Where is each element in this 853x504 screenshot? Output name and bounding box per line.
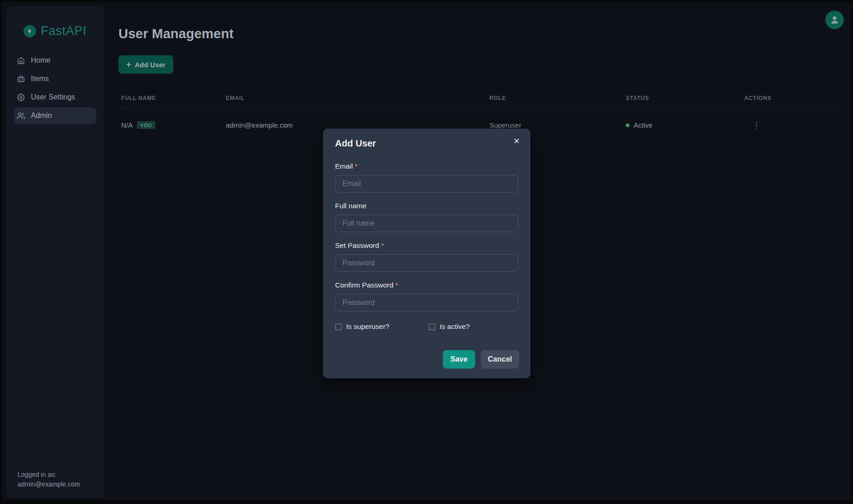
- full-name-field-label: Full name: [335, 201, 518, 210]
- set-password-field-group: Set Password*: [335, 241, 518, 272]
- full-name-field-group: Full name: [335, 201, 518, 232]
- modal-header: Add User ✕: [323, 129, 530, 150]
- save-button[interactable]: Save: [443, 350, 475, 369]
- required-asterisk: *: [355, 162, 358, 170]
- modal-title: Add User: [335, 137, 518, 150]
- is-active-label: Is active?: [440, 322, 470, 331]
- set-password-field[interactable]: [335, 254, 518, 272]
- checkbox-icon: [429, 323, 435, 330]
- email-field-group: Email*: [335, 162, 518, 193]
- required-asterisk: *: [381, 241, 384, 249]
- is-superuser-label: Is superuser?: [346, 322, 389, 331]
- full-name-field[interactable]: [335, 215, 518, 232]
- cancel-button[interactable]: Cancel: [481, 350, 519, 369]
- checkbox-icon: [335, 323, 342, 330]
- confirm-password-field-group: Confirm Password*: [335, 281, 518, 311]
- modal-footer: Save Cancel: [323, 331, 530, 369]
- checkbox-row: Is superuser? Is active?: [335, 322, 518, 331]
- required-asterisk: *: [395, 281, 398, 289]
- is-superuser-checkbox[interactable]: Is superuser?: [335, 322, 429, 331]
- modal-body: Email* Full name Set Password* Confirm P…: [323, 150, 530, 331]
- email-field-label: Email*: [335, 162, 518, 170]
- email-field[interactable]: [335, 175, 518, 193]
- add-user-modal: Add User ✕ Email* Full name Set Password…: [323, 129, 530, 378]
- confirm-password-field[interactable]: [335, 294, 518, 311]
- is-active-checkbox[interactable]: Is active?: [429, 322, 470, 331]
- confirm-password-field-label: Confirm Password*: [335, 281, 518, 289]
- set-password-field-label: Set Password*: [335, 241, 518, 250]
- close-icon[interactable]: ✕: [510, 135, 523, 148]
